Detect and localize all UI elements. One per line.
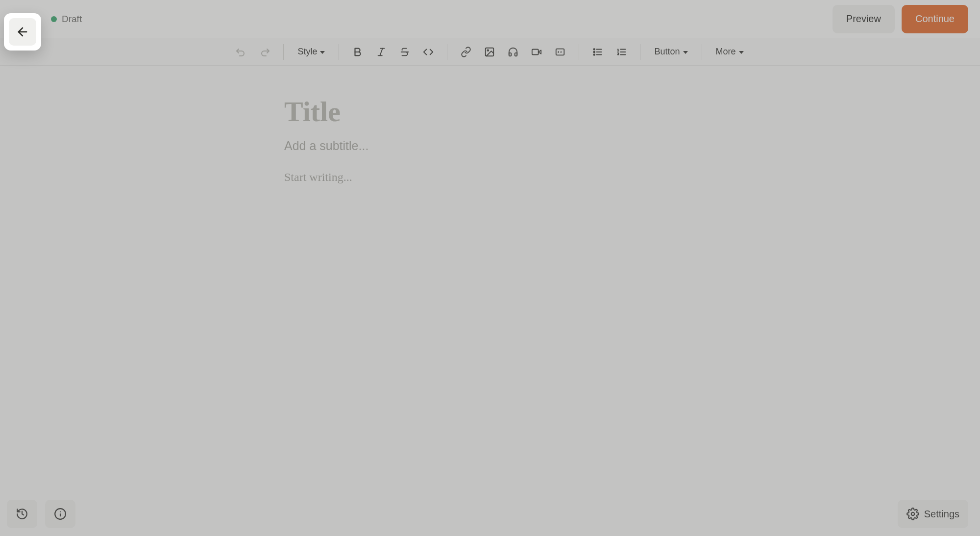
numbered-list-button[interactable] — [612, 42, 631, 62]
strikethrough-icon — [399, 47, 410, 57]
video-icon — [531, 47, 542, 57]
svg-point-14 — [594, 51, 595, 52]
toolbar-group-button: Button — [640, 42, 701, 62]
bold-button[interactable] — [348, 42, 368, 62]
footer-left — [7, 500, 75, 528]
toolbar-group-history — [222, 42, 283, 62]
svg-line-3 — [380, 48, 383, 55]
link-icon — [461, 47, 471, 57]
undo-icon — [235, 46, 247, 58]
title-input[interactable]: Title — [284, 95, 696, 128]
svg-point-21 — [60, 511, 61, 512]
status-label: Draft — [62, 14, 82, 25]
subtitle-input[interactable]: Add a subtitle... — [284, 139, 696, 153]
gear-icon — [906, 508, 919, 520]
preview-button[interactable]: Preview — [833, 5, 895, 33]
image-button[interactable] — [480, 42, 499, 62]
audio-button[interactable] — [503, 42, 523, 62]
chevron-down-icon — [320, 51, 325, 54]
toolbar-group-style: Style — [284, 42, 339, 62]
code-button[interactable] — [418, 42, 438, 62]
history-icon — [16, 508, 28, 520]
style-dropdown-label: Style — [297, 47, 317, 57]
button-dropdown-label: Button — [654, 47, 680, 57]
bullet-list-icon — [592, 47, 603, 57]
link-button[interactable] — [456, 42, 476, 62]
status-dot-icon — [51, 16, 57, 22]
svg-point-22 — [911, 512, 914, 516]
image-icon — [484, 47, 495, 57]
strikethrough-button[interactable] — [395, 42, 415, 62]
redo-icon — [259, 46, 270, 58]
bold-icon — [352, 47, 363, 57]
italic-button[interactable] — [371, 42, 391, 62]
bullet-list-button[interactable] — [588, 42, 608, 62]
button-dropdown[interactable]: Button — [649, 42, 692, 62]
body-input[interactable]: Start writing... — [284, 171, 696, 184]
draft-status: Draft — [51, 14, 82, 25]
video-button[interactable] — [527, 42, 546, 62]
back-button-popup — [4, 13, 41, 51]
toolbar-group-format — [339, 42, 447, 62]
header-left: Draft — [12, 14, 82, 25]
editor-header: Draft Preview Continue — [0, 0, 980, 38]
editor-content: Title Add a subtitle... Start writing... — [265, 95, 715, 184]
toolbar-group-more: More — [702, 42, 758, 62]
more-dropdown[interactable]: More — [711, 42, 749, 62]
code-icon — [423, 47, 434, 57]
chevron-down-icon — [739, 51, 744, 54]
toolbar-group-list — [579, 42, 640, 62]
settings-button-label: Settings — [924, 509, 959, 520]
continue-button[interactable]: Continue — [902, 5, 968, 33]
svg-point-6 — [488, 50, 489, 51]
svg-point-13 — [594, 49, 595, 50]
editor-toolbar: Style — [0, 38, 980, 66]
history-button[interactable] — [7, 500, 37, 528]
footer-right: Settings — [898, 500, 968, 528]
headphones-icon — [508, 47, 518, 57]
svg-rect-7 — [532, 49, 539, 54]
undo-button[interactable] — [231, 42, 251, 62]
quote-icon — [555, 47, 565, 57]
more-dropdown-label: More — [716, 47, 736, 57]
arrow-left-icon — [16, 25, 29, 39]
redo-button[interactable] — [255, 42, 274, 62]
numbered-list-icon — [616, 47, 627, 57]
svg-point-15 — [594, 54, 595, 55]
chevron-down-icon — [683, 51, 688, 54]
back-button[interactable] — [9, 18, 36, 46]
help-button[interactable] — [45, 500, 75, 528]
svg-rect-9 — [556, 49, 564, 55]
editor-area: Title Add a subtitle... Start writing... — [0, 66, 980, 536]
info-icon — [54, 508, 67, 520]
italic-icon — [376, 47, 387, 57]
quote-button[interactable] — [550, 42, 570, 62]
header-right: Preview Continue — [833, 5, 968, 33]
toolbar-group-insert — [447, 42, 579, 62]
settings-button[interactable]: Settings — [898, 500, 968, 528]
style-dropdown[interactable]: Style — [293, 42, 330, 62]
